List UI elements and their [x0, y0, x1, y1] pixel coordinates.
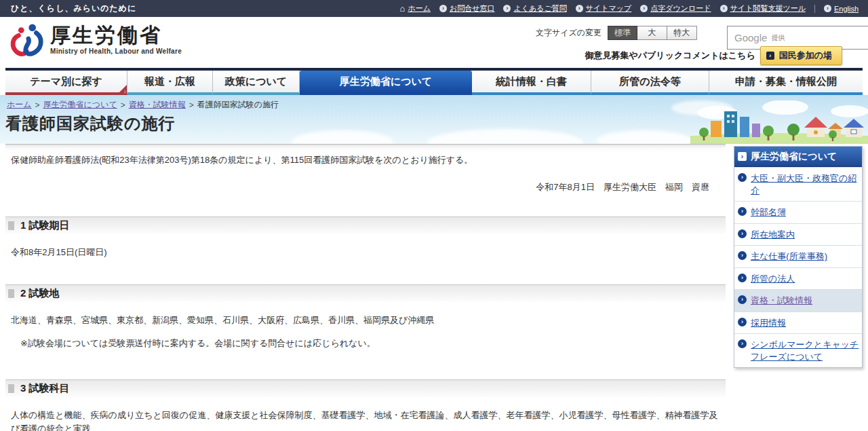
sidebar-item-corporations[interactable]: 所管の法人	[734, 267, 862, 290]
tab-theme-search[interactable]: テーマ別に探す ↓	[5, 71, 127, 95]
page-banner: ホーム > 厚生労働省について > 資格・試験情報 > 看護師国家試験の施行 看…	[0, 95, 868, 144]
tab-about-mhlw[interactable]: 厚生労働省について	[300, 71, 472, 95]
sidebar-item-qualifications[interactable]: 資格・試験情報	[734, 289, 862, 312]
breadcrumb-current: 看護師国家試験の施行	[197, 99, 279, 111]
arrow-circle-icon	[738, 339, 747, 348]
sidebar-item-recruitment[interactable]: 採用情報	[734, 312, 862, 334]
sidebar-about-mhlw: 厚生労働省について 大臣・副大臣・政務官の紹介 幹部名簿 所在地案内 主な仕事(…	[734, 146, 863, 368]
intro-box: 保健師助産師看護師法(昭和23年法律第203号)第18条の規定により、第115回…	[5, 144, 726, 193]
arrow-square-icon	[738, 152, 747, 161]
arrow-circle-icon	[738, 295, 747, 304]
utility-link-home[interactable]: ⌂ ホーム	[400, 3, 431, 14]
arrow-circle-icon	[640, 5, 648, 12]
citizen-participation-button[interactable]: 国民参加の場	[760, 46, 842, 65]
font-size-label: 文字サイズの変更	[536, 27, 601, 39]
arrow-circle-icon	[576, 5, 583, 12]
arrow-circle-icon	[503, 5, 511, 12]
arrow-circle-icon	[439, 5, 447, 12]
arrow-circle-icon	[738, 318, 747, 326]
site-tagline: ひと、くらし、みらいのために	[11, 3, 136, 14]
section-body: 人体の構造と機能、疾病の成り立ちと回復の促進、健康支援と社会保障制度、基礎看護学…	[11, 409, 719, 431]
arrow-circle-icon	[738, 251, 747, 260]
arrow-circle-icon	[824, 5, 831, 12]
section-marker-icon	[8, 384, 14, 393]
font-size-buttons: 標準 大 特大	[608, 26, 697, 40]
breadcrumb-qualifications[interactable]: 資格・試験情報	[129, 99, 186, 111]
section-body: 令和8年2月15日(日曜日)	[11, 246, 719, 260]
section-note: ※試験会場については受験票送付時に案内する。会場に関する問合せには応じられない。	[20, 337, 719, 350]
main-navigation: テーマ別に探す ↓ 報道・広報 政策について 厚生労働省について 統計情報・白書…	[5, 68, 863, 95]
arrow-square-icon	[766, 52, 774, 60]
cloud-illustration	[597, 130, 692, 144]
utility-links: ⌂ ホーム お問合せ窓口 よくあるご質問 サイトマップ 点字ダウンロード サイト…	[400, 3, 859, 14]
font-size-xlarge-button[interactable]: 特大	[667, 26, 697, 40]
section-heading: 3 試験科目	[5, 379, 726, 397]
site-name: 厚生労働省	[50, 25, 182, 45]
utility-link-contact[interactable]: お問合せ窓口	[439, 3, 495, 14]
font-size-widget: 文字サイズの変更 標準 大 特大	[536, 26, 697, 40]
cityscape-illustration	[690, 100, 868, 144]
section-body: 北海道、青森県、宮城県、東京都、新潟県、愛知県、石川県、大阪府、広島県、香川県、…	[11, 314, 719, 328]
tab-policy[interactable]: 政策について	[213, 71, 300, 95]
section-exam-locations: 2 試験地 北海道、青森県、宮城県、東京都、新潟県、愛知県、石川県、大阪府、広島…	[5, 284, 726, 350]
utility-link-braille[interactable]: 点字ダウンロード	[640, 3, 711, 14]
section-marker-icon	[8, 289, 14, 298]
arrow-circle-icon	[738, 173, 747, 182]
font-size-standard-button[interactable]: 標準	[608, 26, 637, 40]
breadcrumb-separator: >	[189, 100, 194, 110]
breadcrumb-separator: >	[35, 100, 40, 110]
section-exam-subjects: 3 試験科目 人体の構造と機能、疾病の成り立ちと回復の促進、健康支援と社会保障制…	[5, 379, 726, 431]
sidebar-header[interactable]: 厚生労働省について	[734, 147, 862, 167]
chevron-down-icon: ↓	[123, 88, 126, 94]
page-title: 看護師国家試験の施行	[5, 113, 176, 134]
home-icon: ⌂	[400, 4, 406, 13]
divider	[814, 5, 815, 13]
tab-statistics[interactable]: 統計情報・白書	[472, 71, 591, 95]
utility-bar: ひと、くらし、みらいのために ⌂ ホーム お問合せ窓口 よくあるご質問 サイトマ…	[0, 0, 868, 17]
utility-link-accessibility[interactable]: サイト閲覧支援ツール	[720, 3, 806, 14]
minister-signature: 令和7年8月1日 厚生労働大臣 福岡 資麿	[11, 181, 709, 193]
utility-link-sitemap[interactable]: サイトマップ	[576, 3, 632, 14]
sidebar-item-locations[interactable]: 所在地案内	[734, 223, 862, 246]
ministry-logo[interactable]: 厚生労働省 Ministry of Health, Labour and Wel…	[8, 22, 182, 58]
google-logo: Google	[734, 32, 767, 43]
arrow-circle-icon	[720, 5, 728, 12]
public-comment-text: 御意見募集やパブリックコメントはこちら	[585, 50, 755, 62]
utility-link-faq[interactable]: よくあるご質問	[503, 3, 566, 14]
font-size-large-button[interactable]: 大	[637, 26, 667, 40]
tab-press[interactable]: 報道・広報	[127, 71, 213, 95]
tab-applications[interactable]: 申請・募集・情報公開	[709, 71, 863, 95]
breadcrumb-about[interactable]: 厚生労働省について	[43, 99, 117, 111]
breadcrumb-separator: >	[121, 100, 125, 110]
sidebar-item-ministers[interactable]: 大臣・副大臣・政務官の紹介	[734, 167, 862, 201]
public-comment-row: 御意見募集やパブリックコメントはこちら 国民参加の場	[585, 46, 842, 65]
arrow-circle-icon	[738, 207, 747, 216]
ministry-logo-icon	[8, 22, 45, 58]
site-name-en: Ministry of Health, Labour and Welfare	[50, 48, 182, 55]
article-column: 保健師助産師看護師法(昭和23年法律第203号)第18条の規定により、第115回…	[5, 144, 726, 431]
arrow-circle-icon	[738, 274, 747, 282]
site-header: 厚生労働省 Ministry of Health, Labour and Wel…	[0, 17, 868, 68]
section-heading: 2 試験地	[5, 284, 726, 302]
arrow-circle-icon	[738, 229, 747, 238]
google-provided-label: 提供	[771, 33, 785, 43]
section-heading: 1 試験期日	[5, 217, 726, 234]
cloud-illustration	[427, 129, 583, 144]
section-exam-date: 1 試験期日 令和8年2月15日(日曜日)	[5, 217, 726, 260]
section-marker-icon	[8, 221, 14, 230]
sidebar-item-duties[interactable]: 主な仕事(所掌事務)	[734, 245, 862, 267]
sidebar-item-symbol-mark[interactable]: シンボルマークとキャッチフレーズについて	[734, 333, 862, 367]
intro-text: 保健師助産師看護師法(昭和23年法律第203号)第18条の規定により、第115回…	[11, 154, 719, 166]
utility-link-english[interactable]: English	[824, 5, 859, 13]
breadcrumb: ホーム > 厚生労働省について > 資格・試験情報 > 看護師国家試験の施行	[7, 99, 279, 111]
breadcrumb-home[interactable]: ホーム	[7, 99, 32, 111]
sidebar-item-executives[interactable]: 幹部名簿	[734, 201, 862, 223]
tab-laws[interactable]: 所管の法令等	[591, 71, 709, 95]
site-title-block: 厚生労働省 Ministry of Health, Labour and Wel…	[50, 25, 182, 55]
cloud-illustration	[292, 130, 393, 144]
